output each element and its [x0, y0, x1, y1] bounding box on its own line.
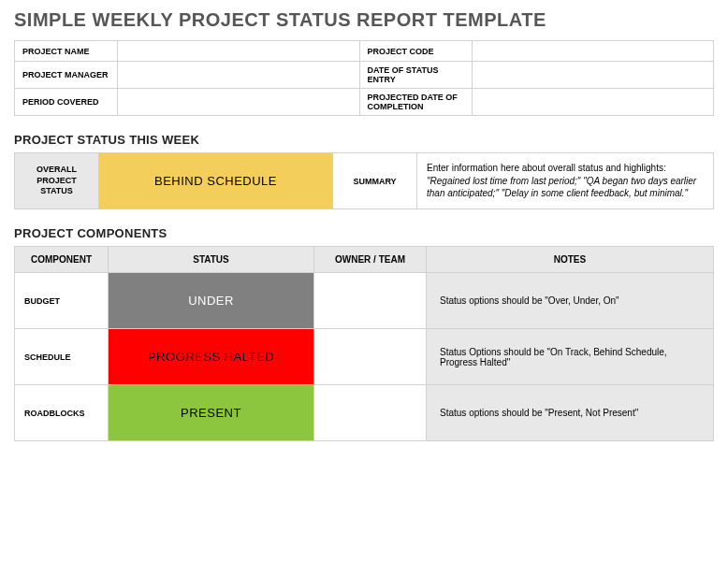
period-covered-value[interactable] — [118, 89, 360, 116]
budget-notes[interactable]: Status options should be "Over, Under, O… — [427, 273, 714, 329]
status-section-heading: PROJECT STATUS THIS WEEK — [14, 133, 714, 147]
schedule-label: SCHEDULE — [15, 329, 109, 385]
roadblocks-notes[interactable]: Status options should be "Present, Not P… — [427, 385, 714, 441]
roadblocks-owner[interactable] — [314, 385, 427, 441]
date-status-value[interactable] — [472, 62, 714, 89]
budget-owner[interactable] — [314, 273, 427, 329]
page-title: SIMPLE WEEKLY PROJECT STATUS REPORT TEMP… — [14, 9, 714, 31]
header-row: PERIOD COVERED PROJECTED DATE OF COMPLET… — [15, 89, 714, 116]
components-section-heading: PROJECT COMPONENTS — [14, 226, 714, 240]
components-table: COMPONENT STATUS OWNER / TEAM NOTES BUDG… — [14, 246, 714, 441]
summary-intro: Enter information here about overall sta… — [427, 163, 666, 173]
summary-text[interactable]: Enter information here about overall sta… — [417, 153, 714, 209]
project-code-value[interactable] — [472, 41, 714, 62]
components-header-row: COMPONENT STATUS OWNER / TEAM NOTES — [15, 247, 714, 273]
header-row: PROJECT NAME PROJECT CODE — [15, 41, 714, 62]
col-component: COMPONENT — [15, 247, 109, 273]
col-status: STATUS — [109, 247, 314, 273]
budget-label: BUDGET — [15, 273, 109, 329]
table-row: BUDGET UNDER Status options should be "O… — [15, 273, 714, 329]
col-owner: OWNER / TEAM — [314, 247, 427, 273]
header-table: PROJECT NAME PROJECT CODE PROJECT MANAGE… — [14, 40, 714, 116]
schedule-notes[interactable]: Status Options should be "On Track, Behi… — [427, 329, 714, 385]
header-row: PROJECT MANAGER DATE OF STATUS ENTRY — [15, 62, 714, 89]
overall-status-value[interactable]: BEHIND SCHEDULE — [99, 153, 333, 209]
projected-date-label: PROJECTED DATE OF COMPLETION — [359, 89, 472, 116]
project-name-value[interactable] — [118, 41, 360, 62]
summary-label: SUMMARY — [333, 153, 417, 209]
schedule-owner[interactable] — [314, 329, 427, 385]
status-table: OVERALL PROJECT STATUS BEHIND SCHEDULE S… — [14, 152, 714, 209]
period-covered-label: PERIOD COVERED — [15, 89, 118, 116]
project-manager-value[interactable] — [118, 62, 360, 89]
projected-date-value[interactable] — [472, 89, 714, 116]
budget-status[interactable]: UNDER — [109, 273, 314, 329]
project-manager-label: PROJECT MANAGER — [15, 62, 118, 89]
table-row: SCHEDULE PROGRESS HALTED Status Options … — [15, 329, 714, 385]
project-code-label: PROJECT CODE — [359, 41, 472, 62]
project-name-label: PROJECT NAME — [15, 41, 118, 62]
date-status-label: DATE OF STATUS ENTRY — [359, 62, 472, 89]
summary-example: "Regained lost time from last period;" "… — [427, 176, 696, 199]
schedule-status[interactable]: PROGRESS HALTED — [109, 329, 314, 385]
roadblocks-status[interactable]: PRESENT — [109, 385, 314, 441]
col-notes: NOTES — [427, 247, 714, 273]
overall-status-label: OVERALL PROJECT STATUS — [15, 153, 99, 209]
roadblocks-label: ROADBLOCKS — [15, 385, 109, 441]
table-row: ROADBLOCKS PRESENT Status options should… — [15, 385, 714, 441]
